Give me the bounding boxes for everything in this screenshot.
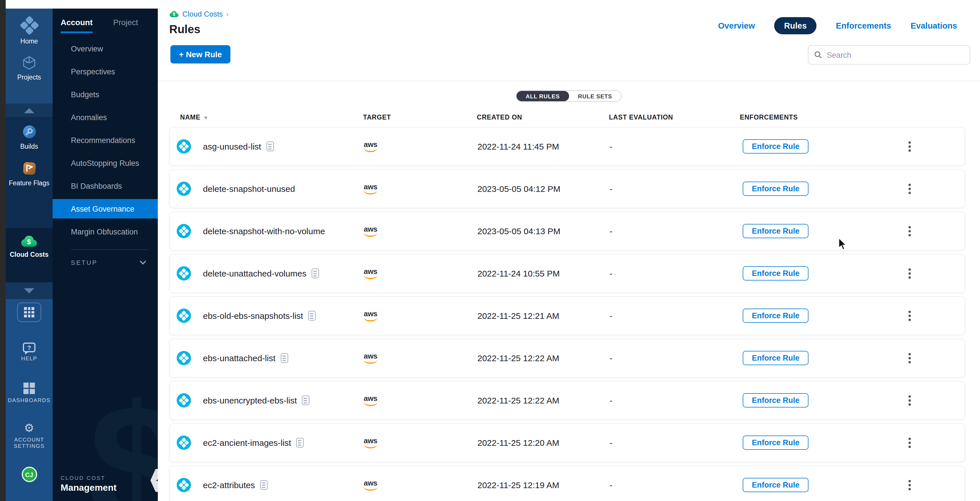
col-last-evaluation: LAST EVALUATION bbox=[609, 114, 673, 121]
rule-name[interactable]: delete-snapshot-with-no-volume bbox=[203, 226, 325, 236]
enforce-rule-button[interactable]: Enforce Rule bbox=[743, 436, 809, 450]
tab-evaluations[interactable]: Evaluations bbox=[910, 21, 957, 30]
table-row[interactable]: ebs-old-ebs-snapshots-list aws 2022-11-2… bbox=[169, 296, 965, 335]
breadcrumb: $ Cloud Costs › bbox=[169, 10, 229, 18]
row-menu-button[interactable] bbox=[906, 436, 913, 450]
rail-item-cloud-costs-selected[interactable]: $ Cloud Costs bbox=[6, 228, 52, 282]
rule-icon bbox=[177, 478, 191, 492]
rule-name[interactable]: ec2-attributes bbox=[203, 480, 255, 490]
tab-enforcements[interactable]: Enforcements bbox=[836, 21, 891, 30]
rail-item-feature-flags[interactable]: Feature Flags bbox=[6, 155, 52, 192]
row-menu-button[interactable] bbox=[906, 224, 913, 239]
module-picker-button[interactable] bbox=[17, 302, 41, 322]
kebab-icon bbox=[908, 438, 910, 448]
tab-rules-active[interactable]: Rules bbox=[775, 17, 816, 34]
created-on-value: 2023-05-05 04:12 PM bbox=[477, 184, 560, 194]
sort-desc-icon: ▼ bbox=[203, 115, 209, 121]
rail-bottom-group: ? HELP DASHBOARDS ⚙ ACCOUNT SETTINGS CJ bbox=[6, 299, 52, 501]
enforce-rule-button[interactable]: Enforce Rule bbox=[743, 478, 809, 492]
aws-target-icon: aws bbox=[364, 394, 377, 406]
sidebar-item-overview[interactable]: Overview bbox=[52, 39, 158, 58]
kebab-icon bbox=[908, 142, 910, 151]
sidebar-item-asset-governance[interactable]: Asset Governance bbox=[52, 199, 158, 218]
rail-item-projects[interactable]: Projects bbox=[6, 50, 52, 86]
col-name[interactable]: NAME▼ bbox=[180, 114, 209, 121]
panes-icon bbox=[23, 383, 35, 394]
row-menu-button[interactable] bbox=[906, 478, 913, 492]
rule-name[interactable]: asg-unused-list bbox=[203, 142, 261, 151]
row-menu-button[interactable] bbox=[906, 393, 913, 408]
clipboard-icon[interactable] bbox=[302, 396, 310, 405]
tab-overview[interactable]: Overview bbox=[718, 21, 755, 30]
aws-target-icon: aws bbox=[364, 310, 377, 321]
clipboard-icon[interactable] bbox=[308, 311, 316, 321]
rail-item-help[interactable]: ? HELP bbox=[21, 337, 37, 367]
toggle-all-rules[interactable]: ALL RULES bbox=[517, 91, 569, 101]
clipboard-icon[interactable] bbox=[266, 142, 274, 151]
clipboard-icon[interactable] bbox=[281, 353, 288, 363]
svg-text:$: $ bbox=[173, 12, 175, 17]
enforce-rule-button[interactable]: Enforce Rule bbox=[743, 224, 809, 238]
gear-icon: ⚙ bbox=[24, 422, 34, 434]
search-input[interactable] bbox=[827, 51, 964, 59]
tab-account[interactable]: Account bbox=[60, 18, 92, 33]
row-menu-button[interactable] bbox=[906, 181, 913, 196]
rail-item-account-settings[interactable]: ⚙ ACCOUNT SETTINGS bbox=[13, 417, 46, 454]
rule-icon bbox=[177, 351, 191, 365]
table-row[interactable]: ebs-unattached-list aws 2022-11-25 12:22… bbox=[169, 339, 965, 377]
sidebar-item-margin-obfuscation[interactable]: Margin Obfuscation bbox=[52, 222, 158, 241]
enforce-rule-button[interactable]: Enforce Rule bbox=[743, 139, 809, 154]
enforce-rule-button[interactable]: Enforce Rule bbox=[743, 266, 809, 280]
new-rule-button[interactable]: + New Rule bbox=[170, 45, 231, 64]
enforce-rule-button[interactable]: Enforce Rule bbox=[743, 393, 809, 407]
sidebar-item-autostopping-rules[interactable]: AutoStopping Rules bbox=[52, 153, 158, 173]
setup-section-toggle[interactable]: SETUP bbox=[52, 250, 158, 266]
enforce-rule-button[interactable]: Enforce Rule bbox=[743, 351, 809, 365]
table-row[interactable]: ec2-attributes aws 2022-11-25 12:19 AM -… bbox=[169, 466, 965, 501]
rule-name[interactable]: delete-unattached-volumes bbox=[203, 269, 307, 278]
created-on-value: 2022-11-25 12:19 AM bbox=[477, 480, 559, 490]
row-menu-button[interactable] bbox=[906, 351, 913, 366]
user-avatar[interactable]: CJ bbox=[21, 467, 37, 482]
table-row[interactable]: delete-snapshot-with-no-volume aws 2023-… bbox=[169, 212, 965, 250]
tab-project[interactable]: Project bbox=[113, 18, 138, 33]
row-menu-button[interactable] bbox=[906, 309, 913, 323]
sidebar-item-perspectives[interactable]: Perspectives bbox=[52, 62, 158, 81]
clipboard-icon[interactable] bbox=[260, 480, 267, 490]
row-menu-button[interactable] bbox=[906, 266, 913, 281]
sidebar-item-anomalies[interactable]: Anomalies bbox=[52, 108, 158, 127]
rule-name[interactable]: ebs-old-ebs-snapshots-list bbox=[203, 311, 303, 321]
table-row[interactable]: ec2-ancient-images-list aws 2022-11-25 1… bbox=[169, 423, 965, 462]
sidebar-item-bi-dashboards[interactable]: BI Dashboards bbox=[52, 176, 158, 196]
col-target: TARGET bbox=[363, 114, 391, 121]
table-row[interactable]: asg-unused-list aws 2022-11-24 11:45 PM … bbox=[169, 127, 965, 166]
rail-scroll-up[interactable] bbox=[6, 103, 52, 118]
enforce-rule-button[interactable]: Enforce Rule bbox=[743, 181, 809, 196]
clipboard-icon[interactable] bbox=[296, 438, 304, 447]
table-row[interactable]: ebs-unencrypted-ebs-list aws 2022-11-25 … bbox=[169, 381, 965, 420]
rail-label: Home bbox=[20, 38, 38, 45]
sidebar-item-budgets[interactable]: Budgets bbox=[52, 85, 158, 104]
rail-label: Feature Flags bbox=[9, 180, 49, 187]
table-row[interactable]: delete-unattached-volumes aws 2022-11-24… bbox=[169, 254, 965, 293]
rule-name[interactable]: ebs-unattached-list bbox=[203, 353, 275, 363]
rule-icon bbox=[177, 393, 191, 407]
rail-item-dashboards[interactable]: DASHBOARDS bbox=[8, 377, 50, 409]
sidebar-item-recommendations[interactable]: Recommendations bbox=[52, 130, 158, 150]
created-on-value: 2022-11-24 11:45 PM bbox=[477, 142, 559, 151]
flag-icon bbox=[21, 161, 37, 176]
breadcrumb-cloud-costs-link[interactable]: Cloud Costs bbox=[182, 10, 223, 18]
rail-item-builds[interactable]: Builds bbox=[6, 118, 52, 155]
row-menu-button[interactable] bbox=[906, 139, 913, 154]
rule-name[interactable]: ebs-unencrypted-ebs-list bbox=[203, 396, 297, 405]
rail-item-home[interactable]: Home bbox=[6, 13, 52, 50]
enforce-rule-button[interactable]: Enforce Rule bbox=[743, 309, 809, 323]
clipboard-icon[interactable] bbox=[312, 269, 319, 278]
rule-name[interactable]: ec2-ancient-images-list bbox=[203, 438, 291, 447]
created-on-value: 2022-11-25 12:21 AM bbox=[477, 311, 559, 321]
toggle-rule-sets[interactable]: RULE SETS bbox=[569, 91, 621, 101]
rail-scroll-down[interactable] bbox=[6, 282, 52, 299]
aws-target-icon: aws bbox=[364, 225, 377, 237]
rule-name[interactable]: delete-snapshot-unused bbox=[203, 184, 295, 194]
table-row[interactable]: delete-snapshot-unused aws 2023-05-05 04… bbox=[169, 169, 965, 208]
